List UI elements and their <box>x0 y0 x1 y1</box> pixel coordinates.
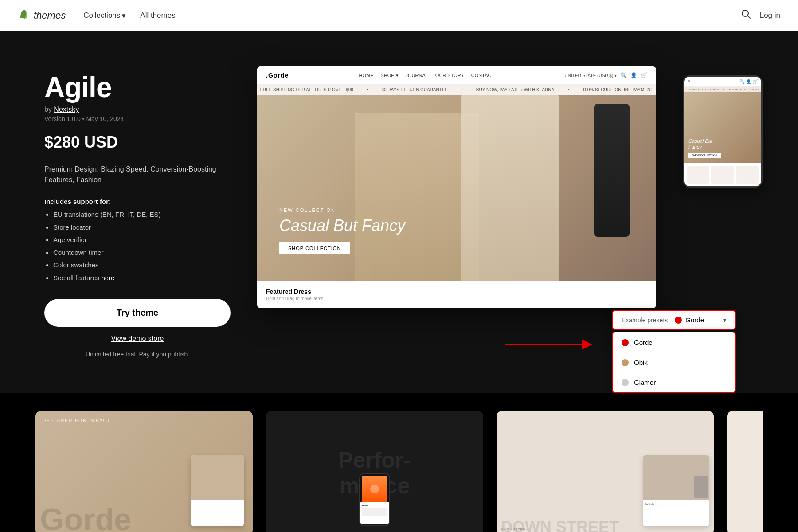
list-item: EU translations (EN, FR, IT, DE, ES) <box>53 210 231 220</box>
nav-links: Collections ▾ All themes <box>83 11 741 20</box>
search-icon <box>741 9 751 19</box>
nav-right: Log in <box>741 9 780 22</box>
user-icon: 👤 <box>630 72 637 78</box>
list-item: Store locator <box>53 223 231 233</box>
search-button[interactable] <box>741 9 751 22</box>
card-label: DESIGNED FOR IMPACT <box>43 418 111 423</box>
logo-text: themes <box>34 10 66 21</box>
theme-card-performance: Perfor-mance $25.9K <box>266 411 483 532</box>
author-link[interactable]: Nextsky <box>54 106 79 113</box>
unlimited-trial-text: Unlimited free trial. Pay if you publish… <box>44 351 231 358</box>
card-preview: Featured <box>191 455 244 526</box>
preview-featured: Featured Dress Hold and Drag to move ite… <box>257 281 656 308</box>
theme-author: by Nextsky <box>44 106 231 113</box>
mobile-cart-icon: 🛒 <box>753 79 758 84</box>
preview-header: .Gorde HOME SHOP ▾ JOURNAL OUR STORY CON… <box>257 66 656 85</box>
preset-dot-gorde <box>622 339 629 346</box>
list-item: Color swatches <box>53 260 231 270</box>
presets-selected: Gorde <box>675 316 716 324</box>
preview-shop-btn[interactable]: SHOP COLLECTION <box>279 242 350 254</box>
mobile-figures <box>684 163 761 186</box>
bottom-section: DESIGNED FOR IMPACT Gorde Featured Perfo… <box>0 393 798 532</box>
presets-dropdown: Gorde Obik Glamor <box>612 332 736 393</box>
preset-name-obik: Obik <box>634 359 648 366</box>
selected-preset-dot <box>675 317 682 324</box>
preset-item-obik[interactable]: Obik <box>613 352 735 372</box>
mobile-preview: ☰ .Gorde 🔍 👤 🛒 30 DAYS RETURN GUARANTEE … <box>683 75 763 188</box>
features-link[interactable]: here <box>101 274 114 282</box>
preview-store-name: .Gorde <box>266 72 289 79</box>
mobile-banner: 30 DAYS RETURN GUARANTEE • BUY NOW, PAY … <box>684 87 761 92</box>
preset-name-glamor: Glamor <box>634 379 656 386</box>
list-item: See all features here <box>53 273 231 283</box>
card-preview: $25.9K <box>643 455 709 526</box>
theme-cards: DESIGNED FOR IMPACT Gorde Featured Perfo… <box>35 411 763 532</box>
collections-link[interactable]: Collections ▾ <box>83 11 126 20</box>
preview-right-icons: UNITED STATE (USD $) ▾ 🔍 👤 🛒 <box>565 72 647 78</box>
navigation: themes Collections ▾ All themes Log in <box>0 0 798 31</box>
login-link[interactable]: Log in <box>760 11 780 20</box>
country-selector: UNITED STATE (USD $) ▾ <box>565 73 617 78</box>
preview-hero: NEW COLLECTION Casual But Fancy SHOP COL… <box>257 95 656 281</box>
preview-hero-text: NEW COLLECTION Casual But Fancy SHOP COL… <box>279 207 405 254</box>
preview-frame: .Gorde HOME SHOP ▾ JOURNAL OUR STORY CON… <box>257 66 656 308</box>
theme-card-downstreet: DOWN STREET $25.9K DOWN STREET <box>497 411 714 532</box>
preview-banner: FREE SHIPPING FOR ALL ORDER OVER $90 • 3… <box>257 85 656 95</box>
theme-title: Agile <box>44 71 231 104</box>
preview-nav-links: HOME SHOP ▾ JOURNAL OUR STORY CONTACT <box>359 73 494 78</box>
all-themes-link[interactable]: All themes <box>140 11 175 20</box>
view-demo-link[interactable]: View demo store <box>44 335 231 343</box>
preset-name-gorde: Gorde <box>634 339 653 346</box>
shopify-logo-icon <box>18 9 30 22</box>
presets-bar[interactable]: Example presets Gorde ▾ <box>612 310 736 330</box>
preset-dot-glamor <box>622 379 629 386</box>
theme-card-partial <box>727 411 763 532</box>
mobile-hero: Casual ButFancy SHOP COLLECTION <box>684 92 761 163</box>
red-arrow-icon <box>505 331 603 358</box>
card-phone: $25.9K <box>359 473 390 526</box>
selected-preset-name: Gorde <box>685 316 704 324</box>
chevron-down-icon: ▾ <box>122 11 126 20</box>
main-section: Agile by Nextsky Version 1.0.0 • May 10,… <box>0 31 798 393</box>
mobile-hero-text: Casual ButFancy SHOP COLLECTION <box>688 138 721 158</box>
try-theme-button[interactable]: Try theme <box>44 299 231 327</box>
includes-title: Includes support for: <box>44 198 231 205</box>
theme-description: Premium Design, Blazing Speed, Conversio… <box>44 164 231 185</box>
chevron-down-icon: ▾ <box>723 317 726 324</box>
mobile-shop-btn[interactable]: SHOP COLLECTION <box>688 153 721 158</box>
mobile-user-icon: 👤 <box>746 79 751 84</box>
preset-dot-obik <box>622 359 629 366</box>
logo[interactable]: themes <box>18 9 66 22</box>
svg-line-1 <box>747 16 750 19</box>
preset-item-glamor[interactable]: Glamor <box>613 372 735 392</box>
cart-icon: 🛒 <box>641 72 647 78</box>
theme-card-gorde: DESIGNED FOR IMPACT Gorde Featured <box>35 411 253 532</box>
presets-label: Example presets <box>622 317 668 324</box>
search-icon: 🔍 <box>620 72 627 78</box>
right-preview: .Gorde HOME SHOP ▾ JOURNAL OUR STORY CON… <box>257 66 754 358</box>
features-list: EU translations (EN, FR, IT, DE, ES) Sto… <box>44 210 231 283</box>
theme-version: Version 1.0.0 • May 10, 2024 <box>44 115 231 122</box>
list-item: Age verifier <box>53 235 231 245</box>
list-item: Countdown timer <box>53 248 231 258</box>
card-subtitle: DOWN STREET <box>501 527 527 531</box>
mobile-header: ☰ .Gorde 🔍 👤 🛒 <box>684 77 761 87</box>
mobile-search-icon: 🔍 <box>739 79 744 84</box>
preset-item-gorde[interactable]: Gorde <box>613 332 735 352</box>
presets-container: Example presets Gorde ▾ Gorde Obik <box>612 310 736 393</box>
left-panel: Agile by Nextsky Version 1.0.0 • May 10,… <box>44 66 231 358</box>
theme-price: $280 USD <box>44 133 231 152</box>
